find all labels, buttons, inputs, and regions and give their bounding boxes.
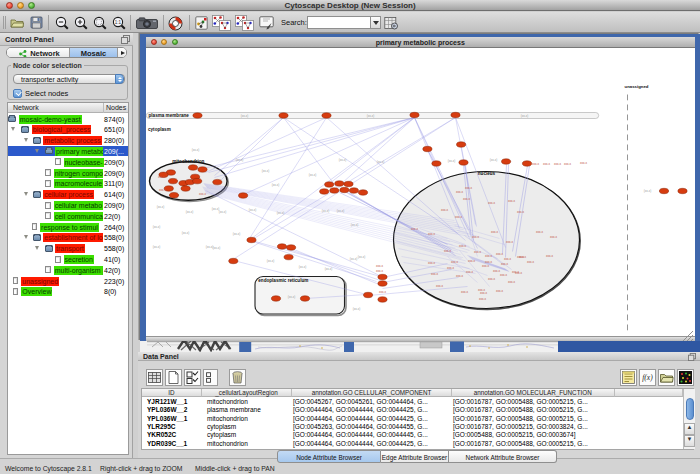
svg-text:(xx-x): (xx-x) — [298, 264, 306, 268]
svg-text:(xx-x): (xx-x) — [152, 224, 160, 228]
svg-text:(xx-x): (xx-x) — [349, 256, 357, 260]
svg-text:unassigned: unassigned — [624, 83, 648, 88]
svg-text:(xx-x): (xx-x) — [261, 168, 269, 172]
svg-text:xxx-x: xxx-x — [554, 161, 561, 165]
svg-text:xxx-x: xxx-x — [379, 289, 386, 293]
svg-text:(xx-x): (xx-x) — [352, 306, 360, 310]
svg-text:xxx-x: xxx-x — [451, 259, 458, 263]
svg-text:(xx-x): (xx-x) — [321, 208, 329, 212]
svg-text:xxx-x: xxx-x — [199, 191, 206, 195]
svg-text:xxx-x: xxx-x — [515, 270, 522, 274]
svg-text:xxx-x: xxx-x — [463, 196, 470, 200]
svg-text:(xx-x): (xx-x) — [185, 209, 193, 213]
svg-text:xxx-x: xxx-x — [428, 231, 435, 235]
svg-text:(xx-x): (xx-x) — [248, 207, 256, 211]
svg-text:xxx-x: xxx-x — [459, 243, 466, 247]
svg-text:xxx-x: xxx-x — [436, 283, 443, 287]
svg-text:f(x): f(x) — [642, 373, 653, 382]
svg-text:(xx-x): (xx-x) — [181, 230, 189, 234]
svg-text:plasma membrane: plasma membrane — [148, 113, 189, 118]
svg-text:xxx-x: xxx-x — [488, 276, 495, 280]
svg-text:xxx-x: xxx-x — [441, 207, 448, 211]
svg-text:xxx-x: xxx-x — [501, 261, 508, 265]
svg-text:xxx-x: xxx-x — [159, 187, 166, 191]
svg-text:xxx-x: xxx-x — [532, 161, 539, 165]
svg-text:xxx-x: xxx-x — [456, 189, 463, 193]
svg-text:(xx-x): (xx-x) — [232, 231, 240, 235]
svg-text:xxx-x: xxx-x — [428, 260, 435, 264]
svg-text:xxx-x: xxx-x — [496, 251, 503, 255]
svg-text:(xx-x): (xx-x) — [218, 209, 226, 213]
svg-text:xxx-x: xxx-x — [519, 254, 526, 258]
svg-text:xxx-x: xxx-x — [485, 253, 492, 257]
svg-text:(xx-x): (xx-x) — [366, 113, 374, 117]
svg-text:xxx-x: xxx-x — [376, 263, 383, 267]
svg-text:xxx-x: xxx-x — [508, 279, 515, 283]
svg-text:xxx-x: xxx-x — [482, 263, 489, 267]
svg-text:xxx-x: xxx-x — [580, 160, 587, 164]
svg-text:(xx-x): (xx-x) — [308, 172, 316, 176]
svg-text:(xx-x): (xx-x) — [520, 113, 528, 117]
svg-text:(xx-x): (xx-x) — [156, 204, 164, 208]
svg-text:(xx-x): (xx-x) — [271, 182, 279, 186]
svg-text:xxx-x: xxx-x — [461, 289, 468, 293]
svg-text:xxx-x: xxx-x — [517, 209, 524, 213]
svg-text:(xx-x): (xx-x) — [357, 254, 365, 258]
svg-text:(xx-x): (xx-x) — [338, 157, 346, 161]
svg-text:xxx-x: xxx-x — [411, 226, 418, 230]
svg-text:xxx-x: xxx-x — [546, 253, 553, 257]
svg-text:(xx-x): (xx-x) — [191, 147, 199, 151]
svg-text:(xx-x): (xx-x) — [287, 294, 295, 298]
svg-text:xxx-x: xxx-x — [455, 214, 462, 218]
svg-text:xxx-x: xxx-x — [506, 239, 513, 243]
svg-text:(xx-x): (xx-x) — [276, 210, 284, 214]
svg-text:xxx-x: xxx-x — [431, 271, 438, 275]
svg-text:cytoplasm: cytoplasm — [148, 126, 171, 131]
svg-text:(xx-x): (xx-x) — [152, 244, 160, 248]
svg-text:xxx-x: xxx-x — [447, 265, 454, 269]
svg-text:xxx-x: xxx-x — [564, 161, 571, 165]
svg-text:xxx-x: xxx-x — [485, 259, 492, 263]
svg-text:xxx-x: xxx-x — [543, 161, 550, 165]
svg-text:1:1: 1:1 — [115, 20, 122, 25]
svg-text:xxx-x: xxx-x — [504, 256, 511, 260]
svg-text:(xx-x): (xx-x) — [240, 113, 248, 117]
svg-text:xxx-x: xxx-x — [444, 248, 451, 252]
svg-text:(xx-x): (xx-x) — [447, 158, 455, 162]
svg-text:(xx-x): (xx-x) — [643, 188, 651, 192]
svg-text:xxx-x: xxx-x — [472, 234, 479, 238]
svg-text:nucleus: nucleus — [477, 171, 495, 176]
svg-text:(xx-x): (xx-x) — [489, 157, 497, 161]
svg-text:xxx-x: xxx-x — [465, 185, 472, 189]
svg-text:(xx-x): (xx-x) — [324, 266, 332, 270]
svg-text:xxx-x: xxx-x — [466, 269, 473, 273]
svg-text:(xx-x): (xx-x) — [266, 258, 274, 262]
svg-text:xxx-x: xxx-x — [480, 290, 487, 294]
svg-text:xxx-x: xxx-x — [500, 272, 507, 276]
svg-text:(xx-x): (xx-x) — [205, 244, 213, 248]
svg-text:endoplasmic reticulum: endoplasmic reticulum — [258, 278, 308, 283]
svg-text:xxx-x: xxx-x — [527, 259, 534, 263]
svg-text:xxx-x: xxx-x — [496, 288, 503, 292]
svg-text:xxx-x: xxx-x — [474, 249, 481, 253]
svg-text:xxx-x: xxx-x — [550, 234, 557, 238]
svg-text:(xx-x): (xx-x) — [235, 157, 243, 161]
svg-text:xxx-x: xxx-x — [536, 229, 543, 233]
svg-text:xxx-x: xxx-x — [456, 273, 463, 277]
svg-text:xxx-x: xxx-x — [508, 198, 515, 202]
svg-text:xxx-x: xxx-x — [158, 174, 165, 178]
svg-text:xxx-x: xxx-x — [468, 258, 475, 262]
svg-text:xxx-x: xxx-x — [376, 268, 383, 272]
svg-text:(xx-x): (xx-x) — [212, 245, 220, 249]
svg-text:(xx-x): (xx-x) — [376, 159, 384, 163]
svg-text:(xx-x): (xx-x) — [350, 222, 358, 226]
svg-text:xxx-x: xxx-x — [491, 229, 498, 233]
svg-text:(xx-x): (xx-x) — [336, 208, 344, 212]
svg-text:xxx-x: xxx-x — [488, 200, 495, 204]
svg-text:xxx-x: xxx-x — [479, 296, 486, 300]
svg-text:mitochondrion: mitochondrion — [172, 158, 204, 163]
